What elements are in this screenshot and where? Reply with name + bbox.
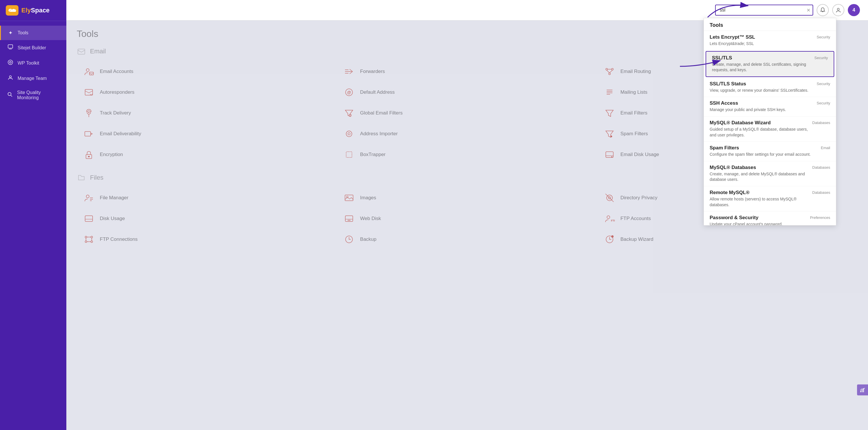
tool-file-manager[interactable]: File Manager xyxy=(77,187,337,208)
quality-icon xyxy=(7,92,13,99)
svg-point-55 xyxy=(607,216,610,219)
tool-label: FTP Accounts xyxy=(620,216,651,221)
tool-global-email-filters[interactable]: Global Email Filters xyxy=(337,103,597,123)
svg-point-4 xyxy=(9,76,11,78)
dropdown-item-desc: Update your cPanel account's password. xyxy=(710,221,807,225)
tool-address-importer[interactable]: Address Importer xyxy=(337,123,597,144)
dropdown-item-spam-filters[interactable]: Spam Filters Configure the spam filter s… xyxy=(704,142,836,161)
tool-ftp-connections[interactable]: FTP Connections xyxy=(77,229,337,250)
user-button[interactable] xyxy=(832,4,844,16)
tool-label: Web Disk xyxy=(360,216,381,221)
dropdown-item-mysql-wizard[interactable]: MySQL® Database Wizard Guided setup of a… xyxy=(704,117,836,142)
tool-label: FTP Connections xyxy=(100,237,137,242)
tool-images[interactable]: Images xyxy=(337,187,597,208)
tool-label: Spam Filters xyxy=(620,131,648,137)
tool-disk-usage[interactable]: Disk Usage xyxy=(77,208,337,229)
tool-label: Forwarders xyxy=(360,69,385,74)
tool-label: Directory Privacy xyxy=(620,195,657,201)
svg-rect-50 xyxy=(85,216,93,221)
dropdown-item-ssl-tls[interactable]: SSL/TLS Create, manage, and delete SSL c… xyxy=(706,51,834,77)
tool-email-deliverability[interactable]: Email Deliverability xyxy=(77,123,337,144)
tool-forwarders[interactable]: Forwarders xyxy=(337,61,597,82)
tool-boxtrapper[interactable]: BoxTrapper xyxy=(337,144,597,165)
email-routing-icon xyxy=(603,65,616,78)
tool-label: Disk Usage xyxy=(100,216,125,221)
svg-point-59 xyxy=(85,241,87,243)
dropdown-section-title: Tools xyxy=(704,18,836,31)
svg-point-60 xyxy=(91,241,93,243)
ftp-connections-icon xyxy=(83,233,95,246)
dropdown-item-category: Email xyxy=(821,145,830,150)
sidebar-item-label: Site Quality Monitoring xyxy=(17,90,60,100)
dropdown-item-name: Spam Filters xyxy=(710,145,818,151)
search-input[interactable] xyxy=(715,5,813,16)
dropdown-item-desc: Allow remote hosts (servers) to access M… xyxy=(710,196,809,208)
dropdown-item-name: Remote MySQL® xyxy=(710,190,809,195)
search-clear-button[interactable]: ✕ xyxy=(807,7,810,13)
tool-default-address[interactable]: @ Default Address xyxy=(337,82,597,103)
sidebar: ElySpace ✦ Tools Sitejet Builder WP Tool… xyxy=(0,0,66,430)
svg-line-6 xyxy=(11,95,12,97)
mailing-lists-icon xyxy=(603,86,616,99)
email-deliverability-icon xyxy=(83,127,95,140)
sidebar-item-manage-team[interactable]: Manage Team xyxy=(0,71,66,86)
tool-label: Autoresponders xyxy=(100,89,134,95)
tool-label: Email Disk Usage xyxy=(620,152,659,157)
tool-encryption[interactable]: Encryption xyxy=(77,144,337,165)
svg-point-5 xyxy=(8,92,11,95)
images-icon xyxy=(343,191,355,204)
sidebar-item-site-quality[interactable]: Site Quality Monitoring xyxy=(0,86,66,104)
dropdown-item-remote-mysql[interactable]: Remote MySQL® Allow remote hosts (server… xyxy=(704,186,836,211)
svg-line-18 xyxy=(607,70,610,73)
dropdown-item-ssl-tls-status[interactable]: SSL/TLS Status View, upgrade, or renew y… xyxy=(704,78,836,97)
search-container[interactable]: ✕ xyxy=(715,5,813,16)
sidebar-item-label: Tools xyxy=(18,30,28,35)
tool-web-disk[interactable]: Web Disk xyxy=(337,208,597,229)
tool-email-accounts[interactable]: Email Accounts xyxy=(77,61,337,82)
notification-button[interactable] xyxy=(817,4,829,16)
backup-wizard-icon xyxy=(603,233,616,246)
dropdown-item-lets-encrypt[interactable]: Lets Encrypt™ SSL Lets Encrypt&trade; SS… xyxy=(704,31,836,51)
dropdown-item-mysql-databases[interactable]: MySQL® Databases Create, manage, and del… xyxy=(704,161,836,186)
svg-point-17 xyxy=(609,73,611,75)
dropdown-item-desc: Configure the spam filter settings for y… xyxy=(710,152,818,157)
global-email-filters-icon xyxy=(343,107,355,119)
dropdown-item-name: MySQL® Databases xyxy=(710,165,809,171)
svg-point-8 xyxy=(837,8,839,10)
sidebar-item-tools[interactable]: ✦ Tools xyxy=(0,26,66,40)
dropdown-item-category: Security xyxy=(817,34,830,39)
backup-icon xyxy=(343,233,355,246)
email-section-icon xyxy=(77,47,86,56)
right-edge-analytics-button[interactable] xyxy=(857,385,868,395)
sidebar-item-sitejet[interactable]: Sitejet Builder xyxy=(0,40,66,55)
email-section-title: Email xyxy=(90,48,106,55)
default-address-icon: @ xyxy=(343,86,355,99)
svg-rect-1 xyxy=(9,49,12,49)
dropdown-item-password-security[interactable]: Password & Security Update your cPanel a… xyxy=(704,211,836,225)
dropdown-item-desc: Lets Encrypt&trade; SSL xyxy=(710,41,814,47)
svg-rect-69 xyxy=(860,391,861,392)
web-disk-icon xyxy=(343,212,355,225)
disk-usage-icon xyxy=(83,212,95,225)
logo[interactable]: ElySpace xyxy=(0,0,66,21)
dropdown-item-desc: Create, manage, and delete SSL certifica… xyxy=(712,62,811,73)
tool-autoresponders[interactable]: Autoresponders xyxy=(77,82,337,103)
tool-track-delivery[interactable]: Track Delivery xyxy=(77,103,337,123)
badge-count[interactable]: 4 xyxy=(848,4,860,16)
svg-marker-36 xyxy=(606,131,613,137)
svg-text:@: @ xyxy=(347,90,351,95)
tool-backup-wizard[interactable]: Backup Wizard xyxy=(597,229,858,250)
tool-backup[interactable]: Backup xyxy=(337,229,597,250)
dropdown-item-ssh-access[interactable]: SSH Access Manage your public and privat… xyxy=(704,97,836,117)
dropdown-item-category: Security xyxy=(817,81,830,86)
sidebar-navigation: ✦ Tools Sitejet Builder WP Toolkit Manag… xyxy=(0,21,66,430)
svg-line-19 xyxy=(610,70,612,73)
svg-rect-9 xyxy=(78,49,85,54)
logo-icon xyxy=(6,5,19,16)
sidebar-item-wp-toolkit[interactable]: WP Toolkit xyxy=(0,55,66,71)
logo-text: ElySpace xyxy=(21,7,50,14)
tool-label: Track Delivery xyxy=(100,110,131,116)
email-filters-icon xyxy=(603,107,616,119)
svg-point-57 xyxy=(85,236,87,238)
sidebar-item-label: Manage Team xyxy=(18,76,47,81)
